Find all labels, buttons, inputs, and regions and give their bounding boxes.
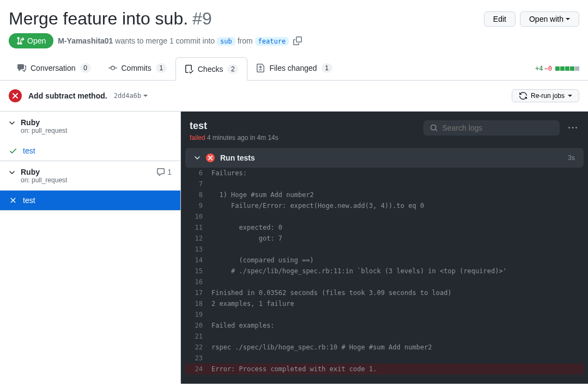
log-line: 16 [185, 277, 584, 287]
line-number: 17 [185, 287, 211, 298]
check-icon [9, 146, 17, 155]
log-line: 19 [185, 309, 584, 320]
log-line: 11 expected: 0 [185, 222, 584, 233]
workflow-trigger: on: pull_request [21, 127, 67, 134]
conversation-count: 0 [80, 63, 91, 73]
line-number: 18 [185, 298, 211, 309]
pr-number: #9 [192, 9, 212, 29]
log-line: 21 [185, 331, 584, 342]
line-content: # ./spec/lib/hoge_spec.rb:11:in `block (… [211, 266, 507, 277]
rerun-jobs-button[interactable]: Re-run jobs [512, 89, 579, 102]
log-line: 6Failures: [185, 168, 584, 179]
log-status-failed: failed [190, 134, 205, 142]
sidebar-job-test-failure[interactable]: test [0, 191, 180, 210]
tab-checks-label: Checks [198, 65, 223, 73]
search-logs[interactable] [423, 120, 560, 136]
copy-icon[interactable] [293, 36, 302, 45]
commit-sha-text: 2dd4a6b [114, 92, 142, 100]
x-icon [9, 196, 17, 205]
tab-conversation-label: Conversation [31, 64, 76, 72]
line-number: 12 [185, 233, 211, 244]
line-number: 19 [185, 309, 211, 320]
commits-count: 1 [156, 63, 167, 73]
tab-conversation[interactable]: Conversation 0 [9, 57, 100, 80]
line-number: 20 [185, 320, 211, 331]
line-number: 14 [185, 255, 211, 266]
step-header[interactable]: Run tests 3s [185, 148, 584, 168]
files-count: 1 [322, 63, 332, 73]
sidebar: Ruby on: pull_request test Ruby on: pull… [0, 112, 181, 384]
git-pull-request-icon [16, 36, 25, 45]
line-number: 8 [185, 189, 211, 200]
line-number: 9 [185, 200, 211, 211]
sidebar-job-test-success[interactable]: test [0, 141, 180, 161]
kebab-menu[interactable] [566, 121, 579, 134]
pr-title: Merge feature into sub. #9 [9, 9, 212, 29]
line-content: 1) Hoge #sum Add number2 [211, 189, 314, 200]
workflow-name: Ruby [21, 168, 67, 176]
git-commit-icon [108, 64, 117, 72]
caret-down-icon [143, 94, 148, 98]
merge-description: M-Yamashita01 wants to merge 1 commit in… [58, 36, 289, 45]
tab-checks[interactable]: Checks 2 [175, 57, 248, 81]
log-lines[interactable]: 6Failures:78 1) Hoge #sum Add number29 F… [185, 168, 584, 379]
tab-files[interactable]: Files changed 1 [247, 57, 341, 80]
kebab-icon [568, 124, 577, 132]
log-line: 13 [185, 244, 584, 255]
log-line: 24Error: Process completed with exit cod… [185, 364, 584, 374]
tab-commits-label: Commits [122, 64, 151, 72]
rerun-label: Re-run jobs [531, 92, 565, 100]
tab-commits[interactable]: Commits 1 [100, 57, 175, 80]
chevron-down-icon [194, 155, 201, 161]
workflow-header-1[interactable]: Ruby on: pull_request [0, 112, 180, 141]
open-with-button[interactable]: Open with [520, 11, 579, 27]
log-line: 9 Failure/Error: expect(Hoge.new.add(3, … [185, 200, 584, 211]
comment-icon [156, 168, 165, 176]
line-number: 21 [185, 331, 211, 342]
author-link[interactable]: M-Yamashita01 [58, 36, 113, 45]
commit-title: Add subtract method. [28, 91, 107, 100]
edit-button[interactable]: Edit [484, 11, 516, 27]
commit-sha[interactable]: 2dd4a6b [114, 92, 148, 100]
line-content: rspec ./spec/lib/hoge_spec.rb:10 # Hoge … [211, 342, 432, 353]
step-name: Run tests [220, 153, 255, 162]
log-status: failed 4 minutes ago in 4m 14s [190, 134, 278, 142]
log-line: 22rspec ./spec/lib/hoge_spec.rb:10 # Hog… [185, 342, 584, 353]
head-branch[interactable]: feature [255, 37, 289, 46]
caret-down-icon [568, 94, 572, 98]
log-line: 14 (compared using ==) [185, 255, 584, 266]
annotation-count-text: 1 [167, 168, 172, 176]
job-name: test [23, 146, 35, 155]
checklist-icon [185, 65, 193, 73]
file-diff-icon [256, 64, 265, 72]
line-content: Error: Process completed with exit code … [211, 364, 377, 374]
line-content: Failures: [211, 168, 247, 179]
search-icon [430, 124, 438, 132]
base-branch[interactable]: sub [217, 37, 235, 46]
status-failed-icon [9, 89, 22, 102]
line-number: 15 [185, 266, 211, 277]
log-area: test failed 4 minutes ago in 4m 14s Run [181, 112, 588, 384]
search-logs-input[interactable] [442, 124, 553, 132]
merge-text-2: from [238, 36, 253, 45]
line-number: 13 [185, 244, 211, 255]
log-line: 10 [185, 211, 584, 222]
line-content: got: 7 [211, 233, 282, 244]
line-number: 7 [185, 179, 211, 189]
log-line: 23 [185, 353, 584, 364]
sync-icon [519, 91, 528, 100]
log-status-time: 4 minutes ago in 4m 14s [205, 134, 278, 142]
pr-title-text: Merge feature into sub. [9, 9, 188, 29]
log-title: test [190, 120, 278, 132]
workflow-trigger: on: pull_request [21, 176, 67, 184]
line-number: 22 [185, 342, 211, 353]
tab-files-label: Files changed [269, 64, 317, 72]
line-number: 23 [185, 353, 211, 364]
annotation-count[interactable]: 1 [156, 168, 172, 176]
diff-additions: +4 [535, 65, 543, 72]
diffbar [555, 66, 579, 71]
log-line: 182 examples, 1 failure [185, 298, 584, 309]
workflow-header-2[interactable]: Ruby on: pull_request 1 [0, 161, 180, 191]
line-number: 11 [185, 222, 211, 233]
line-content: expected: 0 [211, 222, 282, 233]
